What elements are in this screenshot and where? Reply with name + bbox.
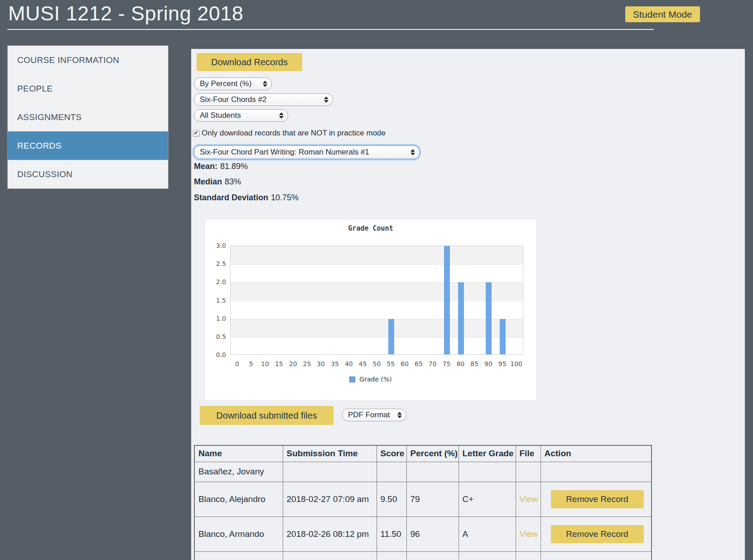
x-tick-label: 85 [470, 360, 478, 367]
header-file: File [516, 445, 541, 462]
students-select-value: All Students [200, 111, 241, 120]
x-tick-label: 50 [373, 360, 381, 367]
chart-gridline [231, 264, 523, 265]
download-submitted-files-button[interactable]: Download submitted files [200, 406, 333, 425]
y-tick-label: 0.5 [206, 333, 226, 340]
practice-mode-checkbox[interactable] [193, 130, 200, 137]
grade-type-select[interactable]: By Percent (%) [194, 77, 272, 90]
median-label: Median [194, 177, 222, 186]
sidebar-item-discussion[interactable]: DISCUSSION [8, 160, 168, 188]
select-arrows-icon [410, 149, 415, 155]
chart-gridline [231, 282, 523, 283]
legend-swatch-icon [349, 377, 355, 382]
submission-time-cell [283, 462, 376, 482]
select-arrows-icon [397, 412, 402, 418]
action-cell: Remove Record [541, 482, 652, 517]
bar-75 [444, 246, 450, 355]
x-tick-label: 25 [303, 360, 311, 367]
x-tick-label: 40 [345, 360, 353, 367]
student-name-cell: Blanco, Alejandro [194, 482, 283, 517]
main-content: Download Records By Percent (%) Six-Four… [191, 49, 745, 560]
chart-legend: Grade (%) [205, 376, 536, 383]
students-select[interactable]: All Students [194, 109, 288, 122]
table-row [194, 551, 652, 560]
legend-label: Grade (%) [359, 376, 391, 383]
records-table-header-row: Name Submission Time Score Percent (%) L… [194, 445, 652, 462]
submission-time-cell [283, 551, 376, 560]
x-tick-label: 35 [331, 360, 339, 367]
app-window: MUSI 1212 - Spring 2018 Student Mode COU… [0, 0, 753, 560]
header-name: Name [194, 445, 283, 462]
x-tick-label: 15 [275, 360, 283, 367]
select-arrows-icon [324, 97, 328, 103]
x-tick-label: 45 [359, 360, 367, 367]
remove-record-button[interactable]: Remove Record [551, 525, 644, 543]
chart-gridline [231, 319, 523, 319]
sidebar-item-course-information[interactable]: COURSE INFORMATION [8, 46, 168, 74]
records-table: Name Submission Time Score Percent (%) L… [194, 445, 652, 560]
x-tick-label: 100 [510, 360, 522, 367]
chart-gridline [231, 301, 523, 301]
percent-cell [406, 551, 459, 560]
sidebar-item-people[interactable]: PEOPLE [8, 74, 168, 103]
view-file-link[interactable]: View [520, 529, 538, 539]
student-name-cell [194, 551, 283, 560]
y-tick-label: 1.5 [206, 297, 226, 304]
grade-count-chart: Grade Count 0.00.51.01.52.02.53.0 051015… [205, 220, 536, 400]
sidebar-item-records[interactable]: RECORDS [8, 131, 168, 160]
select-arrows-icon [279, 112, 284, 119]
table-row: Blanco, Armando2018-02-26 08:12 pm11.509… [194, 517, 652, 551]
mean-stat: Mean:81.89% [194, 162, 248, 171]
letter-grade-cell [459, 462, 516, 482]
y-tick-label: 3.0 [206, 242, 226, 249]
mean-value: 81.89% [220, 162, 248, 171]
assignment-select[interactable]: Six-Four Chords #2 [194, 93, 333, 106]
score-cell [376, 462, 406, 482]
letter-grade-cell [459, 551, 516, 560]
header-percent: Percent (%) [406, 445, 459, 462]
chart-plot-area [230, 246, 523, 355]
percent-cell [406, 462, 459, 482]
action-cell [541, 551, 652, 560]
file-cell: View [516, 517, 541, 551]
practice-mode-checkbox-label: Only download records that are NOT in pr… [202, 129, 386, 138]
header-submission-time: Submission Time [283, 445, 376, 462]
bar-80 [458, 282, 464, 355]
student-mode-button[interactable]: Student Mode [625, 6, 700, 22]
remove-record-button[interactable]: Remove Record [551, 490, 644, 508]
record-select[interactable]: Six-Four Chord Part Writing: Roman Numer… [194, 145, 420, 159]
header-letter-grade: Letter Grade [459, 445, 516, 462]
file-cell: View [516, 482, 541, 517]
header-score: Score [376, 445, 406, 462]
chart-band [231, 282, 523, 300]
x-tick-label: 80 [456, 360, 464, 367]
submission-time-cell: 2018-02-26 08:12 pm [283, 517, 376, 551]
letter-grade-cell: C+ [459, 482, 516, 517]
score-cell [376, 551, 406, 560]
x-tick-label: 5 [249, 360, 253, 367]
view-file-link[interactable]: View [520, 494, 538, 504]
action-cell: Remove Record [541, 517, 652, 551]
percent-cell: 96 [406, 517, 459, 551]
stddev-label: Standard Deviation [194, 193, 268, 202]
submission-time-cell: 2018-02-27 07:09 am [283, 482, 376, 517]
x-tick-label: 20 [289, 360, 297, 367]
x-tick-label: 95 [498, 360, 507, 367]
header-action: Action [541, 445, 652, 462]
score-cell: 9.50 [376, 482, 406, 517]
score-cell: 11.50 [376, 517, 406, 551]
y-tick-label: 2.5 [206, 260, 226, 267]
mean-label: Mean: [194, 162, 217, 171]
x-tick-label: 0 [235, 360, 239, 367]
sidebar-item-assignments[interactable]: ASSIGNMENTS [8, 103, 168, 131]
chart-title: Grade Count [205, 224, 536, 232]
x-tick-label: 10 [261, 360, 269, 367]
chart-band [231, 246, 523, 264]
bar-95 [500, 319, 506, 355]
download-records-button[interactable]: Download Records [197, 53, 302, 71]
chart-band [231, 319, 523, 337]
practice-mode-checkbox-row[interactable]: Only download records that are NOT in pr… [193, 129, 386, 138]
file-format-select[interactable]: PDF Format [342, 409, 406, 421]
y-tick-label: 2.0 [206, 278, 226, 285]
percent-cell: 79 [406, 482, 459, 517]
